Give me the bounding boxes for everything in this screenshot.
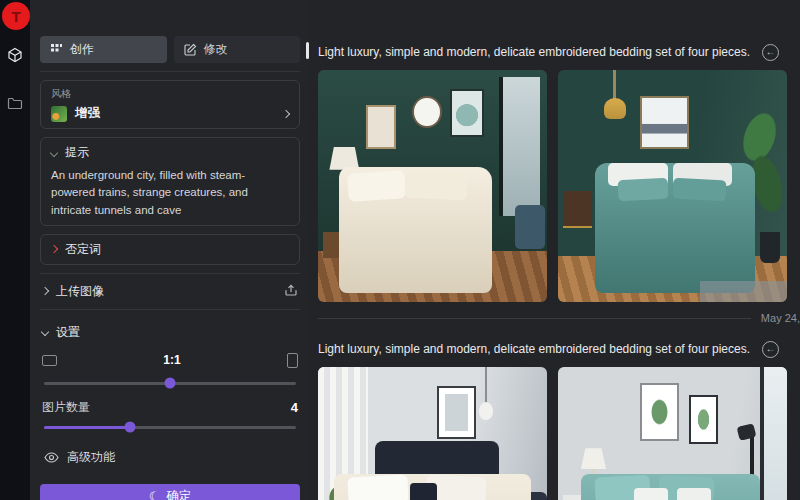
sidebar-scrollbar-thumb[interactable] [306,42,309,59]
scene-pillow [634,488,668,500]
prompt-text[interactable]: An underground city, filled with steam-p… [51,167,289,219]
aspect-ratio-slider[interactable] [44,382,296,385]
scene-plant-pot [760,232,781,262]
scene-pillow [617,178,668,201]
image-count-value: 4 [291,400,298,415]
generated-image[interactable] [558,70,787,302]
generation-caption: Light luxury, simple and modern, delicat… [318,342,750,356]
scene-clock [412,96,442,128]
mode-tabs: 创作 修改 [40,36,300,63]
scene-pillow [677,488,711,500]
settings-header[interactable]: 设置 [42,324,298,341]
aspect-ratio-row: 1:1 [42,353,298,368]
generated-image[interactable] [558,367,787,500]
scene-lamp [329,147,359,170]
upload-label: 上传图像 [56,283,104,300]
confirm-label: 确定 [166,488,191,500]
settings-label: 设置 [56,324,80,341]
moon-icon: ☾ [149,490,161,500]
date-divider: May 24, [318,302,787,334]
edit-pencil-icon [184,43,197,56]
prompt-label: 提示 [65,144,89,161]
confirm-button[interactable]: ☾ 确定 [40,484,300,500]
reuse-prompt-icon[interactable]: ← [762,341,779,358]
divider-line [318,318,751,319]
advanced-features-row[interactable]: 高级功能 [42,447,298,468]
scene-pendant-cord [613,70,616,100]
left-rail: T [0,0,30,500]
slider-knob[interactable] [124,422,135,433]
image-grid [318,367,787,500]
settings-section: 设置 1:1 图片数量 4 [40,318,300,468]
generation-panel: 创作 修改 风格 增强 [30,0,310,500]
scene-rug [700,281,787,302]
chevron-right-icon [282,109,290,117]
grid-icon [50,43,63,56]
scene-frame [437,386,476,439]
chevron-right-icon [50,245,58,253]
scene-pendant-lamp [479,402,493,421]
tab-edit[interactable]: 修改 [174,36,301,63]
workspace-cube-icon[interactable] [0,45,30,65]
divider [40,309,300,310]
style-thumbnail-icon [51,106,67,122]
style-card[interactable]: 风格 增强 [40,80,300,129]
tab-create[interactable]: 创作 [40,36,167,63]
image-count-label: 图片数量 [42,399,90,416]
tab-edit-label: 修改 [204,41,228,58]
style-label: 风格 [51,87,289,101]
scene-pillow [347,170,406,202]
image-count-slider[interactable] [44,426,296,429]
negative-label: 否定词 [65,241,101,258]
upload-icon[interactable] [284,283,298,300]
scene-frame [366,105,396,149]
scene-pillow [672,178,726,202]
generation-feed: Light luxury, simple and modern, delicat… [310,0,800,500]
slider-fill [44,426,130,429]
negative-card[interactable]: 否定词 [40,234,300,265]
eye-icon [44,452,59,463]
prompt-card[interactable]: 提示 An underground city, filled with stea… [40,137,300,226]
landscape-ratio-icon[interactable] [42,355,57,366]
aspect-ratio-value: 1:1 [57,353,287,367]
scene-window [499,77,540,216]
scene-chair [515,205,545,249]
scene-pillow [347,474,408,500]
advanced-features-label: 高级功能 [67,449,115,466]
scene-pillow [404,169,467,200]
image-count-row: 图片数量 4 [42,399,298,416]
scene-pendant-lamp [604,98,626,119]
scene-window [760,367,787,500]
scene-pillow [410,483,437,500]
scene-frame [640,383,679,441]
portrait-ratio-icon[interactable] [287,353,298,368]
folder-icon[interactable] [0,93,30,113]
reuse-prompt-icon[interactable]: ← [762,44,779,61]
sidebar: 创作 修改 风格 增强 [30,0,310,500]
caption-row: Light luxury, simple and modern, delicat… [318,341,787,357]
tab-create-label: 创作 [70,41,94,58]
divider [40,71,300,72]
chevron-down-icon [41,328,49,336]
brand-logo[interactable]: T [2,2,30,30]
image-grid [318,70,787,302]
date-label: May 24, [761,312,800,324]
scene-nightstand [563,191,593,228]
scene-frame [689,395,719,444]
upload-image-row[interactable]: 上传图像 [40,274,300,309]
caption-row: Light luxury, simple and modern, delicat… [318,44,787,60]
scene-frame [640,96,688,149]
chevron-right-icon [41,287,49,295]
scene-frame [450,89,484,138]
scene-pendant-cord [485,367,487,404]
generation-caption: Light luxury, simple and modern, delicat… [318,45,750,59]
app-window: T 创作 [0,0,800,500]
style-value: 增强 [75,105,100,122]
slider-knob[interactable] [165,378,176,389]
chevron-down-icon [50,148,58,156]
generated-image[interactable] [318,367,547,500]
generated-image[interactable] [318,70,547,302]
